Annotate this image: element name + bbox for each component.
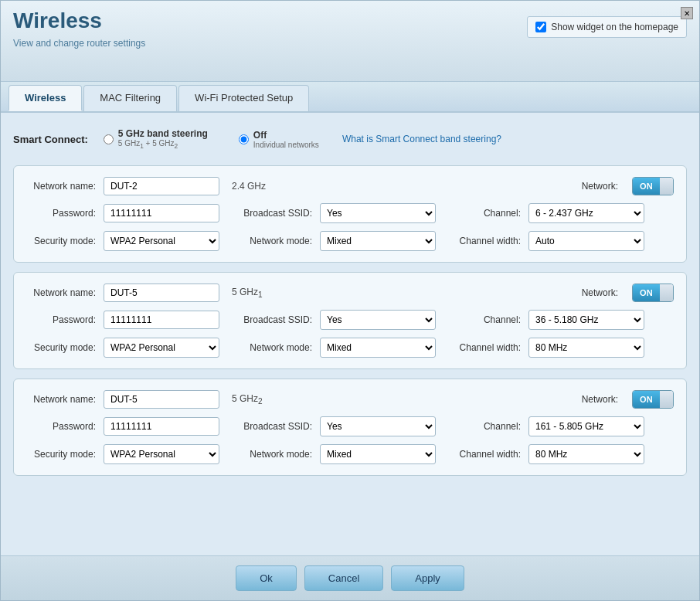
smart-connect-5ghz-option[interactable]: 5 GHz band steering 5 GHz1 + 5 GHz2 (104, 128, 208, 150)
channel-select-1[interactable]: 6 - 2.437 GHz (528, 203, 644, 223)
toggle-on-1: ON (633, 178, 660, 195)
security-mode-label-1: Security mode: (26, 236, 96, 246)
security-mode-select-1[interactable]: WPA2 Personal (104, 231, 219, 251)
network-name-row-3: Network name: 5 GHz2 Network: ON (26, 390, 674, 409)
network-name-label-2: Network name: (26, 287, 96, 298)
main-content: Smart Connect: 5 GHz band steering 5 GHz… (1, 113, 699, 555)
security-mode-select-3[interactable]: WPA2 Personal (104, 444, 219, 464)
password-row-3: Password: Broadcast SSID: YesNo Channel:… (26, 416, 674, 436)
channel-width-select-1[interactable]: Auto (528, 231, 644, 251)
network-label-3: Network: (582, 394, 618, 405)
smart-connect-off-label: Off (253, 130, 319, 141)
security-mode-select-2[interactable]: WPA2 Personal (104, 338, 219, 358)
smart-connect-5ghz-label: 5 GHz band steering (118, 128, 208, 139)
channel-label-3: Channel: (451, 421, 521, 432)
smart-connect-5ghz-sublabel: 5 GHz1 + 5 GHz2 (118, 139, 208, 150)
network-mode-select-1[interactable]: Mixed (320, 231, 436, 251)
smart-connect-off-radio[interactable] (239, 134, 249, 144)
broadcast-ssid-select-3[interactable]: YesNo (320, 416, 436, 436)
channel-width-select-2[interactable]: 80 MHz (528, 338, 644, 358)
password-input-2[interactable] (104, 311, 219, 329)
network-toggle-3[interactable]: ON (632, 390, 674, 409)
channel-width-label-1: Channel width: (451, 236, 521, 246)
network-name-label-3: Network name: (26, 394, 96, 405)
apply-button[interactable]: Apply (391, 565, 464, 591)
broadcast-ssid-label-1: Broadcast SSID: (243, 208, 312, 219)
password-label-3: Password: (26, 421, 96, 432)
security-row-3: Security mode: WPA2 Personal Network mod… (26, 444, 674, 464)
network-name-label-1: Network name: (26, 181, 96, 192)
network-mode-select-3[interactable]: Mixed (320, 444, 436, 464)
show-widget-container: Show widget on the homepage (527, 16, 687, 38)
smart-connect-off-sublabel: Individual networks (253, 141, 319, 149)
main-window: Wireless View and change router settings… (0, 0, 700, 601)
network-section-3: Network name: 5 GHz2 Network: ON Passwor… (13, 379, 687, 476)
network-name-row-1: Network name: 2.4 GHz Network: ON (26, 177, 674, 195)
ok-button[interactable]: Ok (236, 565, 297, 591)
smart-connect-off-option[interactable]: Off Individual networks (239, 130, 319, 149)
network-section-1: Network name: 2.4 GHz Network: ON Passwo… (13, 165, 687, 263)
security-row-1: Security mode: WPA2 Personal Network mod… (26, 231, 674, 251)
freq-label-3: 5 GHz2 (232, 393, 263, 406)
network-toggle-2[interactable]: ON (632, 284, 674, 302)
bottom-bar: Ok Cancel Apply (1, 555, 699, 600)
toggle-handle-1 (660, 178, 673, 195)
broadcast-ssid-label-3: Broadcast SSID: (243, 421, 312, 432)
smart-connect-label: Smart Connect: (13, 134, 88, 145)
network-label-2: Network: (582, 287, 618, 298)
channel-width-label-3: Channel width: (451, 449, 521, 460)
security-mode-label-2: Security mode: (26, 342, 96, 353)
security-mode-label-3: Security mode: (26, 449, 96, 460)
freq-label-2: 5 GHz1 (232, 287, 263, 299)
smart-connect-row: Smart Connect: 5 GHz band steering 5 GHz… (13, 125, 687, 153)
security-row-2: Security mode: WPA2 Personal Network mod… (26, 338, 674, 358)
broadcast-ssid-label-2: Broadcast SSID: (243, 314, 312, 325)
network-section-2: Network name: 5 GHz1 Network: ON Passwor… (13, 272, 687, 369)
channel-select-3[interactable]: 161 - 5.805 GHz (528, 416, 644, 436)
network-name-input-1[interactable] (104, 177, 219, 195)
freq-label-1: 2.4 GHz (232, 181, 266, 192)
title-bar: Wireless View and change router settings… (1, 1, 699, 82)
cancel-button[interactable]: Cancel (304, 565, 383, 591)
network-mode-label-2: Network mode: (243, 342, 312, 353)
channel-select-2[interactable]: 36 - 5.180 GHz (528, 310, 644, 330)
smart-connect-link[interactable]: What is Smart Connect band steering? (342, 134, 501, 144)
tabs-bar: Wireless MAC Filtering Wi-Fi Protected S… (1, 82, 699, 113)
password-row-1: Password: Broadcast SSID: YesNo Channel:… (26, 203, 674, 223)
page-title: Wireless (13, 8, 145, 33)
network-label-1: Network: (582, 181, 618, 192)
broadcast-ssid-select-2[interactable]: YesNo (320, 310, 436, 330)
smart-connect-5ghz-radio[interactable] (104, 134, 114, 144)
show-widget-checkbox[interactable] (535, 22, 546, 32)
broadcast-ssid-select-1[interactable]: YesNo (320, 203, 436, 223)
tab-mac-filtering[interactable]: MAC Filtering (83, 85, 177, 111)
network-name-input-2[interactable] (104, 284, 219, 302)
tab-wireless[interactable]: Wireless (8, 85, 82, 111)
network-name-input-3[interactable] (104, 390, 219, 409)
password-label-1: Password: (26, 208, 96, 219)
toggle-on-3: ON (633, 391, 660, 408)
show-widget-label: Show widget on the homepage (551, 22, 678, 32)
channel-width-label-2: Channel width: (451, 342, 521, 353)
channel-label-2: Channel: (451, 314, 521, 325)
channel-width-select-3[interactable]: 80 MHz (528, 444, 644, 464)
network-mode-label-3: Network mode: (243, 449, 312, 460)
channel-label-1: Channel: (451, 208, 521, 219)
password-input-1[interactable] (104, 204, 219, 222)
network-mode-select-2[interactable]: Mixed (320, 338, 436, 358)
toggle-handle-2 (660, 284, 673, 301)
password-input-3[interactable] (104, 417, 219, 436)
password-row-2: Password: Broadcast SSID: YesNo Channel:… (26, 310, 674, 330)
network-toggle-1[interactable]: ON (632, 177, 674, 195)
page-subtitle: View and change router settings (13, 38, 145, 49)
toggle-handle-3 (660, 391, 673, 408)
toggle-on-2: ON (633, 284, 660, 301)
close-button[interactable]: ✕ (681, 7, 693, 19)
network-mode-label-1: Network mode: (243, 236, 312, 246)
network-name-row-2: Network name: 5 GHz1 Network: ON (26, 284, 674, 302)
password-label-2: Password: (26, 314, 96, 325)
tab-wps[interactable]: Wi-Fi Protected Setup (178, 85, 309, 111)
title-left: Wireless View and change router settings (13, 8, 145, 49)
